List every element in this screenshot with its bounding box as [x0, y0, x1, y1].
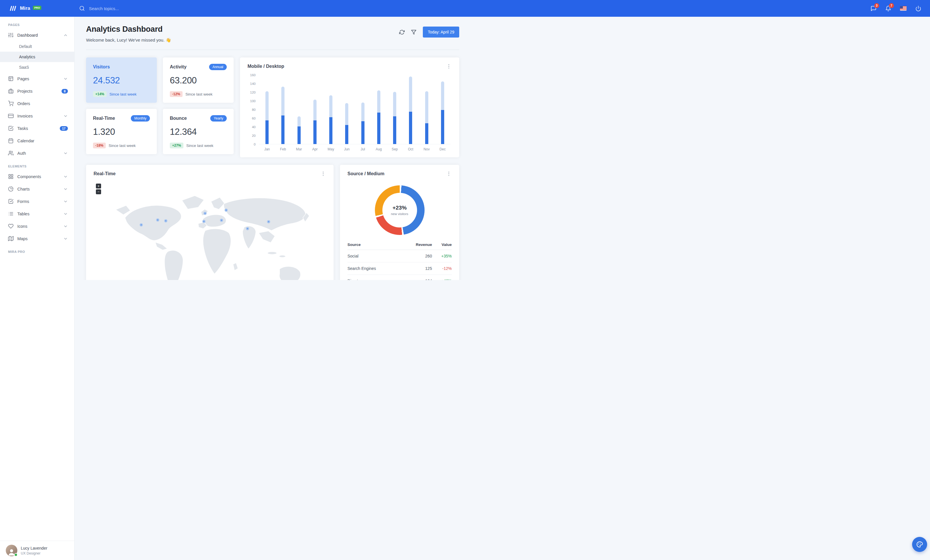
stat-title: Visitors [93, 64, 110, 69]
stacked-bar[interactable] [265, 91, 269, 144]
bar-column-nov [419, 75, 435, 144]
stacked-bar[interactable] [393, 92, 396, 144]
stat-note: Since last week [109, 92, 137, 97]
more-options-icon[interactable] [446, 63, 452, 69]
sidebar-item-components[interactable]: Components [0, 170, 74, 183]
pie-chart-icon [8, 186, 14, 192]
x-tick-label: Jul [355, 147, 371, 151]
sidebar-item-default[interactable]: Default [0, 41, 74, 52]
sidebar-item-auth[interactable]: Auth [0, 147, 74, 160]
top-navbar: Mira PRO 3 7 [0, 0, 465, 17]
more-options-icon[interactable] [320, 171, 326, 176]
delta-chip: -18% [93, 143, 106, 148]
sidebar-item-pages[interactable]: Pages [0, 72, 74, 85]
cell-value: -12% [432, 262, 452, 275]
map-marker[interactable] [164, 219, 167, 222]
table-row-direct: Direct164+46% [348, 275, 452, 280]
date-range-button[interactable]: Today: April 29 [423, 26, 459, 38]
stacked-bar[interactable] [361, 103, 365, 144]
sidebar-item-label: Components [17, 174, 60, 179]
stacked-bar[interactable] [281, 87, 285, 144]
navbar-search [74, 6, 465, 11]
stacked-bar[interactable] [329, 95, 333, 144]
sidebar-item-analytics[interactable]: Analytics [0, 52, 74, 62]
mobile-desktop-bar-chart: 160140120100806040200 JanFebMarAprMayJun… [248, 75, 452, 151]
stacked-bar[interactable] [409, 77, 412, 144]
bar-column-dec [435, 75, 451, 144]
source-table: Source Revenue Value Social260+35%Search… [348, 239, 452, 280]
more-options-icon[interactable] [446, 171, 452, 176]
bar-column-sep [387, 75, 403, 144]
calendar-icon [8, 138, 14, 143]
pro-badge: PRO [33, 6, 42, 10]
y-tick-label: 40 [248, 125, 256, 129]
x-tick-label: Oct [403, 147, 419, 151]
sidebar-item-invoices[interactable]: Invoices [0, 110, 74, 122]
map-marker[interactable] [267, 220, 270, 223]
sidebar-item-label: Auth [17, 151, 60, 156]
mira-logo [9, 5, 17, 12]
bar-chart-x-axis: JanFebMarAprMayJunJulAugSepOctNovDec [259, 147, 451, 151]
source-donut-chart: +23% new visitors [375, 185, 425, 235]
sidebar-item-charts[interactable]: Charts [0, 183, 74, 195]
refresh-icon[interactable] [399, 29, 405, 35]
sidebar-item-maps[interactable]: Maps [0, 232, 74, 245]
stat-value: 1.320 [93, 127, 150, 137]
map-marker[interactable] [246, 227, 249, 230]
map-marker[interactable] [140, 223, 143, 227]
source-card-title: Source / Medium [348, 171, 385, 176]
sidebar-item-forms[interactable]: Forms [0, 195, 74, 207]
chevron-down-icon [63, 114, 68, 118]
sidebar-item-calendar[interactable]: Calendar [0, 135, 74, 147]
stat-title: Real-Time [93, 116, 115, 121]
stats-grid: Visitors24.532+14%Since last weekActivit… [86, 57, 234, 157]
column-header-revenue: Revenue [401, 239, 432, 250]
search-input[interactable] [88, 6, 169, 11]
sidebar-item-dashboard[interactable]: Dashboard [0, 29, 74, 41]
sidebar-item-saas[interactable]: SaaS [0, 62, 74, 72]
sidebar-item-icons[interactable]: Icons [0, 220, 74, 232]
delta-chip: +27% [170, 143, 183, 148]
stacked-bar[interactable] [345, 103, 348, 144]
check-square-icon [8, 126, 14, 131]
sidebar-item-tables[interactable]: Tables [0, 207, 74, 220]
map-marker[interactable] [203, 212, 207, 215]
sidebar-item-tasks[interactable]: Tasks17 [0, 122, 74, 135]
sidebar-item-label: Dashboard [17, 33, 60, 38]
x-tick-label: Apr [307, 147, 323, 151]
stacked-bar[interactable] [313, 100, 317, 144]
cell-revenue: 164 [401, 275, 432, 280]
table-row-social: Social260+35% [348, 250, 452, 262]
bar-column-jul [355, 75, 371, 144]
map-marker[interactable] [225, 209, 228, 212]
stacked-bar[interactable] [425, 91, 428, 144]
cell-source: Search Engines [348, 262, 401, 275]
stacked-bar[interactable] [441, 81, 444, 144]
map-marker[interactable] [156, 218, 159, 222]
cell-source: Social [348, 250, 401, 262]
sidebar-item-projects[interactable]: Projects8 [0, 85, 74, 97]
filter-icon[interactable] [411, 29, 416, 35]
mobile-desktop-card: Mobile / Desktop 160140120100806040200 J… [240, 57, 459, 157]
world-map[interactable]: + − [94, 180, 326, 280]
stat-card-real-time: Real-TimeMonthly1.320-18%Since last week [86, 109, 157, 154]
period-badge[interactable]: Monthly [131, 115, 150, 121]
chevron-down-icon [63, 187, 68, 192]
sidebar-item-orders[interactable]: Orders [0, 97, 74, 110]
search-icon[interactable] [79, 6, 85, 11]
chevron-down-icon [63, 151, 68, 156]
y-tick-label: 0 [248, 143, 256, 146]
x-tick-label: Aug [371, 147, 387, 151]
zoom-in-button[interactable]: + [96, 184, 101, 189]
sidebar-section-label: ELEMENTS [0, 160, 74, 170]
stacked-bar[interactable] [297, 116, 301, 144]
stacked-bar[interactable] [377, 91, 380, 144]
map-marker[interactable] [220, 219, 223, 222]
brand[interactable]: Mira PRO [0, 5, 74, 12]
sidebar-item-label: Calendar [17, 138, 68, 143]
period-badge[interactable]: Annual [209, 64, 227, 70]
chevron-up-icon [63, 33, 68, 38]
map-marker[interactable] [202, 220, 205, 223]
zoom-out-button[interactable]: − [96, 189, 101, 194]
period-badge[interactable]: Yearly [210, 115, 227, 121]
